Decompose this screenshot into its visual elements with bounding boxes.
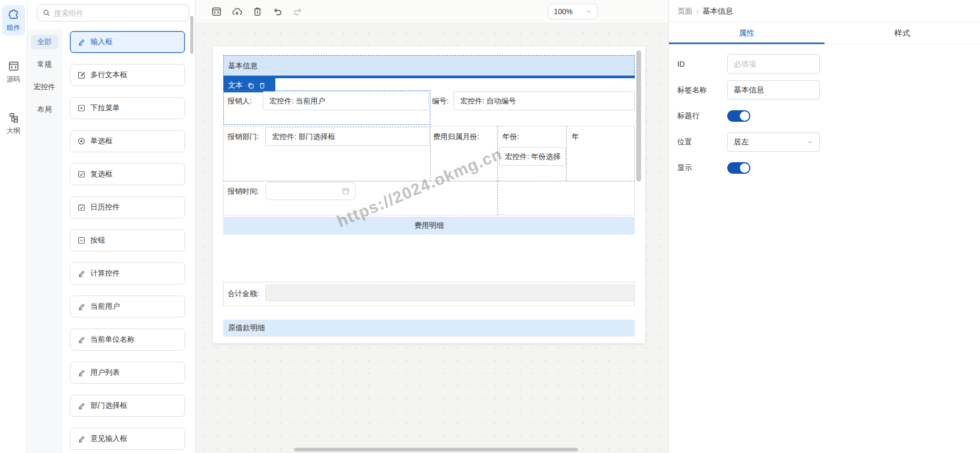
component-label: 单选框 (90, 136, 112, 146)
library-scrollbar[interactable] (190, 16, 193, 54)
toggle-knob (740, 163, 749, 173)
pencil-icon (77, 269, 86, 278)
department-label: 报销部门: (228, 131, 259, 142)
month-label: 费用归属月份: (433, 131, 479, 142)
field-row-id: ID (677, 54, 972, 73)
component-item-user-list[interactable]: 用户列表 (70, 362, 185, 384)
section-fee-detail[interactable]: 费用明细 (223, 217, 635, 235)
selection-bottom-bar (223, 76, 635, 78)
component-search[interactable] (37, 4, 189, 22)
canvas-toolbar: 100% (195, 0, 668, 24)
pencil-icon (77, 402, 86, 410)
pencil-icon (77, 335, 86, 344)
component-item-button[interactable]: 按钮 (70, 229, 185, 251)
number-input[interactable]: 宏控件: 自动编号 (453, 91, 635, 110)
trash-icon[interactable] (252, 6, 263, 17)
zoom-select[interactable]: 100% (548, 4, 597, 19)
component-item-input[interactable]: 输入框 (70, 31, 185, 53)
puzzle-icon (8, 9, 19, 20)
textarea-icon (77, 71, 86, 79)
inspector-fields: ID 标签名称 标题行 位置 居左 显示 (669, 44, 980, 177)
component-label: 当前用户 (90, 302, 120, 311)
redo-icon[interactable] (293, 6, 303, 17)
title-row-toggle[interactable] (727, 110, 750, 122)
form-builder-app: 组件 源码 大纲 全部 常规 宏控件 布 (0, 0, 980, 453)
cell-time[interactable] (223, 181, 498, 215)
undo-icon[interactable] (272, 6, 283, 17)
component-item-current-org[interactable]: 当前单位名称 (70, 329, 185, 351)
canvas-grid: 基本信息 文本 报销人: 宏控件: 当前用户 编号: 宏控件: 自动编号 (195, 24, 668, 453)
category-normal[interactable]: 常规 (31, 57, 58, 72)
position-select[interactable]: 居左 (727, 132, 820, 152)
category-all[interactable]: 全部 (31, 35, 58, 49)
category-macro[interactable]: 宏控件 (31, 80, 58, 94)
canvas-horizontal-scrollbar[interactable] (294, 448, 578, 451)
component-item-current-user[interactable]: 当前用户 (70, 296, 185, 318)
pencil-icon (77, 38, 86, 46)
copy-icon[interactable] (247, 82, 254, 89)
rail-item-outline[interactable]: 大纲 (2, 108, 25, 139)
component-label: 日历控件 (90, 203, 120, 212)
form-header-cell[interactable]: 基本信息 (223, 55, 635, 76)
field-row-display: 显示 (677, 159, 972, 177)
button-square-icon (77, 236, 86, 245)
field-label: 位置 (677, 138, 727, 147)
tab-properties[interactable]: 属性 (669, 22, 824, 44)
date-picker-input[interactable] (265, 182, 356, 200)
rail-item-components[interactable]: 组件 (2, 5, 25, 36)
component-item-checkbox[interactable]: 复选框 (70, 163, 185, 185)
code-window-icon (8, 60, 19, 72)
id-field[interactable] (727, 54, 820, 73)
component-item-textarea[interactable]: 多行文本框 (70, 64, 185, 86)
field-row-title-row: 标题行 (677, 107, 972, 125)
component-item-calendar[interactable]: 日历控件 (70, 196, 185, 218)
radio-icon (77, 137, 86, 145)
breadcrumb: 页面›基本信息 (669, 0, 980, 22)
component-library-panel: 全部 常规 宏控件 布局 输入框 多行文本框 下拉菜单 单选框 (27, 0, 195, 453)
toggle-knob (740, 111, 749, 121)
cloud-upload-icon[interactable] (232, 6, 242, 17)
number-label: 编号: (432, 96, 449, 106)
search-icon (43, 9, 50, 17)
left-icon-rail: 组件 源码 大纲 (0, 0, 27, 453)
component-label: 按钮 (90, 236, 105, 245)
component-item-dept-select[interactable]: 部门选择框 (70, 395, 185, 417)
pencil-icon (77, 368, 86, 377)
category-layout[interactable]: 布局 (31, 102, 58, 117)
field-row-tag-name: 标签名称 (677, 80, 972, 100)
rail-item-label: 组件 (7, 23, 20, 33)
component-item-opinion-input[interactable]: 意见输入框 (70, 428, 185, 450)
breadcrumb-current: 基本信息 (703, 7, 733, 15)
sheet-scrollbar[interactable] (636, 50, 641, 182)
field-label: ID (677, 60, 727, 68)
trash-icon[interactable] (259, 82, 266, 89)
department-input[interactable]: 宏控件: 部门选择框 (265, 127, 429, 146)
chevron-down-icon (807, 139, 813, 145)
component-label: 部门选择框 (90, 401, 127, 410)
rail-item-source[interactable]: 源码 (2, 57, 25, 87)
section-loan-detail[interactable]: 原借款明细 (223, 320, 635, 336)
pencil-icon (77, 435, 86, 443)
reimburser-input[interactable]: 宏控件: 当前用户 (263, 91, 429, 110)
zoom-value: 100% (554, 7, 573, 16)
position-select-value: 居左 (734, 137, 749, 147)
component-item-radio[interactable]: 单选框 (70, 130, 185, 152)
display-toggle[interactable] (727, 162, 750, 174)
checkbox-icon (77, 170, 86, 178)
time-label: 报销时间: (228, 186, 259, 196)
canvas-area: 100% 基本信息 文本 报销人: 宏控件: 当前用户 编号: 宏控件: 自动编… (195, 0, 668, 453)
tab-style[interactable]: 样式 (824, 22, 980, 44)
rail-item-label: 源码 (7, 75, 20, 84)
search-input[interactable] (54, 9, 183, 17)
total-input[interactable] (265, 285, 635, 301)
field-label: 标签名称 (677, 86, 727, 95)
reimburser-label: 报销人: (228, 96, 252, 106)
component-item-dropdown[interactable]: 下拉菜单 (70, 97, 185, 119)
tag-name-field[interactable] (727, 80, 820, 100)
breadcrumb-page[interactable]: 页面 (677, 7, 693, 15)
cell-time-right[interactable] (498, 181, 635, 215)
component-item-calc[interactable]: 计算控件 (70, 262, 185, 285)
code-window-icon[interactable] (211, 6, 222, 17)
year-input[interactable]: 宏控件: 年份选择 (499, 147, 566, 166)
total-label: 合计金额: (228, 288, 259, 299)
